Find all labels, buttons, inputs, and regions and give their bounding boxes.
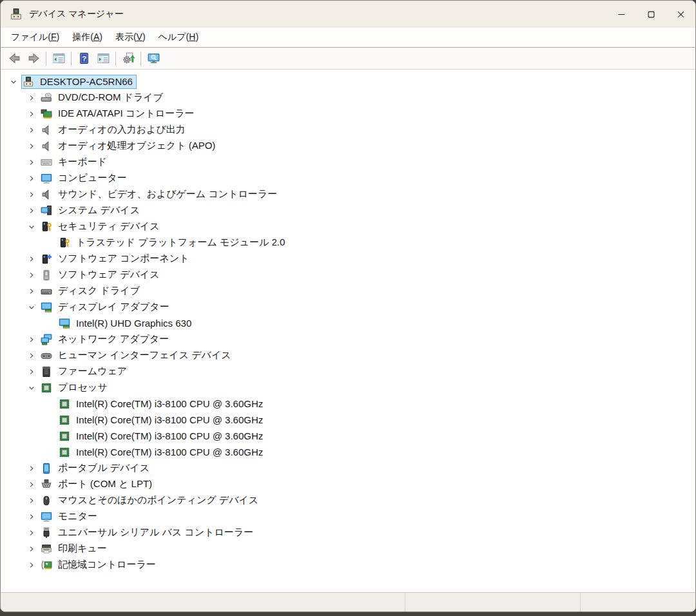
chevron-collapsed-icon[interactable] [24, 508, 39, 525]
tree-item[interactable]: Intel(R) Core(TM) i3-8100 CPU @ 3.60GHz [1, 444, 695, 460]
tree-item-label[interactable]: サウンド、ビデオ、およびゲーム コントローラー [57, 188, 278, 200]
chevron-collapsed-icon[interactable] [24, 251, 39, 267]
menu-help[interactable]: ヘルプ(H) [152, 29, 205, 46]
tree-item[interactable]: ソフトウェア コンポーネント [1, 251, 695, 267]
menu-action[interactable]: 操作(A) [66, 29, 109, 46]
tree-item-label[interactable]: コンピューター [57, 172, 128, 184]
chevron-collapsed-icon[interactable] [24, 122, 39, 138]
chevron-collapsed-icon[interactable] [24, 202, 39, 218]
chevron-collapsed-icon[interactable] [24, 90, 39, 106]
tree-item-label[interactable]: モニター [57, 510, 99, 523]
chevron-collapsed-icon[interactable] [24, 138, 39, 154]
help-button[interactable]: ? [74, 50, 93, 68]
tree-item-label[interactable]: ユニバーサル シリアル バス コントローラー [57, 526, 255, 539]
tree-item[interactable]: トラステッド プラットフォーム モジュール 2.0 [1, 235, 695, 251]
tree-item-label[interactable]: セキュリティ デバイス [57, 220, 161, 233]
tree-item[interactable]: Intel(R) UHD Graphics 630 [1, 315, 695, 331]
tree-item-label[interactable]: Intel(R) Core(TM) i3-8100 CPU @ 3.60GHz [75, 398, 264, 409]
chevron-collapsed-icon[interactable] [24, 363, 39, 380]
chevron-expanded-icon[interactable] [6, 73, 21, 90]
tree-item[interactable]: ネットワーク アダプター [1, 331, 695, 347]
tree-item[interactable]: モニター [1, 508, 695, 525]
tree-item[interactable]: ディスク ドライブ [1, 283, 695, 299]
chevron-expanded-icon[interactable] [24, 299, 39, 315]
tree-item-label[interactable]: DESKTOP-AC5RN66 [39, 76, 134, 87]
tree-item-label[interactable]: ソフトウェア コンポーネント [57, 253, 190, 265]
tree-item-label[interactable]: オーディオ処理オブジェクト (APO) [57, 140, 217, 152]
tree-item[interactable]: DESKTOP-AC5RN66 [1, 73, 695, 90]
tree-item-label[interactable]: ディスク ドライブ [57, 285, 141, 297]
tree-item-label[interactable]: ネットワーク アダプター [57, 333, 170, 345]
tree-item[interactable]: 記憶域コントローラー [1, 557, 695, 573]
chevron-expanded-icon[interactable] [24, 218, 39, 235]
chevron-collapsed-icon[interactable] [24, 347, 39, 363]
tree-item[interactable]: ディスプレイ アダプター [1, 299, 695, 315]
tree-item[interactable]: ポート (COM と LPT) [1, 476, 695, 492]
chevron-collapsed-icon[interactable] [24, 541, 39, 557]
forward-button[interactable] [24, 50, 43, 68]
tree-item-label[interactable]: Intel(R) Core(TM) i3-8100 CPU @ 3.60GHz [75, 414, 264, 425]
tree-item-label[interactable]: マウスとそのほかのポインティング デバイス [57, 494, 260, 506]
chevron-collapsed-icon[interactable] [24, 492, 39, 508]
tree-item[interactable]: サウンド、ビデオ、およびゲーム コントローラー [1, 186, 695, 202]
tree-item-label[interactable]: ディスプレイ アダプター [57, 301, 171, 313]
chevron-collapsed-icon[interactable] [24, 186, 39, 202]
tree-item-label[interactable]: システム デバイス [57, 204, 141, 217]
tree-item[interactable]: Intel(R) Core(TM) i3-8100 CPU @ 3.60GHz [1, 428, 695, 444]
menu-view[interactable]: 表示(V) [109, 29, 152, 46]
tree-item[interactable]: ソフトウェア デバイス [1, 267, 695, 283]
remote-computer-button[interactable] [144, 50, 163, 68]
menu-file[interactable]: ファイル(F) [5, 29, 66, 46]
tree-item[interactable]: ファームウェア [1, 363, 695, 380]
tree-item-label[interactable]: ポータブル デバイス [57, 462, 151, 474]
tree-item[interactable]: システム デバイス [1, 202, 695, 218]
tree-item[interactable]: プロセッサ [1, 380, 695, 396]
maximize-button[interactable] [636, 1, 666, 28]
tree-item-label[interactable]: ファームウェア [57, 365, 128, 378]
tree-item-label[interactable]: Intel(R) Core(TM) i3-8100 CPU @ 3.60GHz [75, 447, 264, 457]
chevron-collapsed-icon[interactable] [24, 267, 39, 283]
chevron-collapsed-icon[interactable] [24, 106, 39, 122]
chevron-collapsed-icon[interactable] [24, 283, 39, 299]
console-tree-button[interactable] [49, 50, 68, 68]
tree-item[interactable]: 印刷キュー [1, 541, 695, 557]
close-button[interactable] [666, 1, 695, 28]
chevron-collapsed-icon[interactable] [24, 170, 39, 186]
tree-item-label[interactable]: キーボード [57, 156, 108, 168]
tree-item[interactable]: Intel(R) Core(TM) i3-8100 CPU @ 3.60GHz [1, 412, 695, 428]
tree-item-label[interactable]: 印刷キュー [57, 543, 108, 555]
tree-item[interactable]: Intel(R) Core(TM) i3-8100 CPU @ 3.60GHz [1, 396, 695, 412]
tree-item-label[interactable]: ポート (COM と LPT) [57, 478, 153, 490]
tree-item-label[interactable]: Intel(R) Core(TM) i3-8100 CPU @ 3.60GHz [75, 430, 264, 441]
chevron-expanded-icon[interactable] [24, 380, 39, 396]
tree-item[interactable]: ポータブル デバイス [1, 460, 695, 476]
tree-item-label[interactable]: トラステッド プラットフォーム モジュール 2.0 [75, 236, 286, 249]
chevron-collapsed-icon[interactable] [24, 460, 39, 476]
back-button[interactable] [5, 50, 24, 68]
tree-item-label[interactable]: 記憶域コントローラー [57, 559, 157, 571]
tree-item[interactable]: マウスとそのほかのポインティング デバイス [1, 492, 695, 508]
tree-item[interactable]: IDE ATA/ATAPI コントローラー [1, 106, 695, 122]
tree-item-label[interactable]: プロセッサ [57, 381, 109, 394]
tree-item[interactable]: ヒューマン インターフェイス デバイス [1, 347, 695, 363]
tree-item[interactable]: コンピューター [1, 170, 695, 186]
tree-item[interactable]: ユニバーサル シリアル バス コントローラー [1, 525, 695, 541]
tree-item[interactable]: オーディオ処理オブジェクト (APO) [1, 138, 695, 154]
tree-item-label[interactable]: IDE ATA/ATAPI コントローラー [57, 108, 196, 120]
tree-item-label[interactable]: DVD/CD-ROM ドライブ [57, 91, 164, 104]
scan-hardware-changes-button[interactable] [119, 50, 138, 68]
tree-item-label[interactable]: ソフトウェア デバイス [57, 269, 161, 281]
chevron-collapsed-icon[interactable] [24, 525, 39, 541]
tree-item[interactable]: DVD/CD-ROM ドライブ [1, 90, 695, 106]
properties-button[interactable] [93, 50, 113, 68]
tree-item[interactable]: セキュリティ デバイス [1, 218, 695, 235]
chevron-collapsed-icon[interactable] [24, 476, 39, 492]
minimize-button[interactable] [606, 1, 636, 28]
chevron-collapsed-icon[interactable] [24, 154, 39, 170]
tree-item-label[interactable]: オーディオの入力および出力 [57, 124, 187, 136]
tree-item-label[interactable]: Intel(R) UHD Graphics 630 [75, 318, 193, 329]
tree-item-label[interactable]: ヒューマン インターフェイス デバイス [57, 349, 233, 361]
tree-item[interactable]: オーディオの入力および出力 [1, 122, 695, 138]
tree-item[interactable]: キーボード [1, 154, 695, 170]
chevron-collapsed-icon[interactable] [24, 331, 39, 347]
